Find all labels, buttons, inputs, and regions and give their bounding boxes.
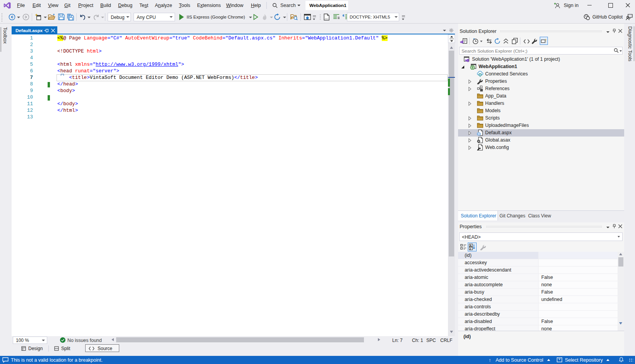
svg-text:Z: Z [470,248,472,250]
svg-text:A: A [470,244,472,247]
